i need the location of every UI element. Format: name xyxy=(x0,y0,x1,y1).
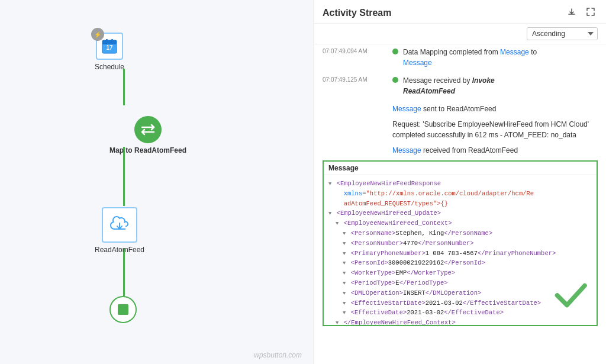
collapse-triangle-8[interactable]: ▼ xyxy=(343,270,346,276)
activity-text-1: Data Mapping completed from Message to M… xyxy=(403,47,537,68)
activity-text-2: Message received by Invoke ReadAtomFeed xyxy=(403,75,495,96)
collapse-triangle-2[interactable]: ▼ xyxy=(328,211,331,217)
collapse-triangle-4[interactable]: ▼ xyxy=(343,231,346,237)
activity-time-1: 07:07:49.094 AM xyxy=(323,47,388,54)
activity-link-message-3[interactable]: Message xyxy=(392,146,421,154)
download-icon xyxy=(567,7,576,17)
xml-line-9: ▼ <PersonId>300000219229162</PersonId> xyxy=(343,258,592,268)
sort-dropdown[interactable]: Ascending Descending xyxy=(527,27,598,40)
activity-link-message-2[interactable]: Message xyxy=(392,105,421,113)
collapse-triangle-12[interactable]: ▼ xyxy=(343,310,346,316)
activity-item-2: 07:07:49.125 AM Message received by Invo… xyxy=(323,75,598,96)
expand-icon-button[interactable] xyxy=(584,6,598,20)
xml-line-1: ▼ <EmployeeNewHireFeedResponse xyxy=(328,179,592,189)
map-label: Map to ReadAtomFeed xyxy=(109,146,186,154)
activity-dot-1 xyxy=(392,49,398,54)
activity-dot-2 xyxy=(392,77,398,83)
collapse-triangle-13[interactable]: ▼ xyxy=(336,320,339,326)
collapse-triangle-11[interactable]: ▼ xyxy=(343,301,346,307)
cloud-icon xyxy=(109,216,130,234)
collapse-triangle-10[interactable]: ▼ xyxy=(343,291,346,297)
activity-list-upper: 07:07:49.094 AM Data Mapping completed f… xyxy=(314,44,606,160)
schedule-node[interactable]: ⚡ 17 Schedule xyxy=(95,33,124,71)
workflow-canvas: ⚡ 17 Schedule xyxy=(0,0,314,364)
collapse-triangle-7[interactable]: ▼ xyxy=(343,260,346,266)
readatomfeed-label-text: ReadAtomFeed xyxy=(403,87,455,95)
xml-line-6: ▼ <PersonName>Stephen, King</PersonName> xyxy=(343,228,592,239)
end-node[interactable] xyxy=(109,296,137,323)
xml-line-4: ▼ <EmployeeNewHireFeed_Update> xyxy=(328,208,592,218)
activity-item-5: Message received from ReadAtomFeed xyxy=(392,145,598,156)
activity-link-message-1b[interactable]: Message xyxy=(403,59,432,67)
readatomfeed-label: ReadAtomFeed xyxy=(95,246,144,254)
map-node[interactable]: Map to ReadAtomFeed xyxy=(109,116,186,154)
activity-stream-title: Activity Stream xyxy=(323,8,392,18)
xml-line-2: xmlns="http://xmlns.oracle.com/cloud/ada… xyxy=(336,189,592,199)
invoke-label: Invoke xyxy=(472,76,495,85)
activity-stream-header: Activity Stream xyxy=(314,0,606,24)
xml-line-12: ▼ <DMLOperation>INSERT</DMLOperation> xyxy=(343,288,592,298)
xml-line-11: ▼ <PeriodType>E</PeriodType> xyxy=(343,278,592,288)
xml-line-15: ▼ </EmployeeNewHireFeed_Context> xyxy=(336,318,592,326)
xml-line-14: ▼ <EffectiveDate>2021-03-02</EffectiveDa… xyxy=(343,308,592,318)
activity-item-1: 07:07:49.094 AM Data Mapping completed f… xyxy=(323,47,598,68)
readatomfeed-node[interactable]: ReadAtomFeed xyxy=(95,207,144,254)
svg-text:17: 17 xyxy=(106,44,113,51)
calendar-icon: 17 xyxy=(101,38,118,54)
watermark: wpsbutton.com xyxy=(254,351,302,359)
connector-line-2 xyxy=(123,147,125,206)
activity-link-message-1a[interactable]: Message xyxy=(500,48,529,56)
activity-item-3: Message sent to ReadAtomFeed xyxy=(392,104,598,114)
schedule-label: Schedule xyxy=(95,63,124,71)
xml-line-7: ▼ <PersonNumber>4770</PersonNumber> xyxy=(343,239,592,249)
connector-line-1 xyxy=(123,69,125,105)
xml-line-5: ▼ <EmployeeNewHireFeed_Context> xyxy=(336,218,592,228)
collapse-triangle-3[interactable]: ▼ xyxy=(336,221,339,227)
message-panel-title: Message xyxy=(324,162,597,175)
message-code: ▼ <EmployeeNewHireFeedResponse xmlns="ht… xyxy=(324,175,597,326)
connector-line-3 xyxy=(123,249,125,296)
activity-stream-panel: Activity Stream Ascending Descending 07:… xyxy=(314,0,606,364)
collapse-triangle-6[interactable]: ▼ xyxy=(343,251,346,257)
activity-time-2: 07:07:49.125 AM xyxy=(323,75,388,83)
svg-rect-4 xyxy=(111,39,113,42)
xml-line-10: ▼ <WorkerType>EMP</WorkerType> xyxy=(343,268,592,278)
collapse-triangle-9[interactable]: ▼ xyxy=(343,281,346,286)
sort-bar: Ascending Descending xyxy=(314,24,606,44)
collapse-triangle-1[interactable]: ▼ xyxy=(328,181,331,187)
xml-line-13: ▼ <EffectiveStartDate>2021-03-02</Effect… xyxy=(343,298,592,308)
xml-line-8: ▼ <PrimaryPhoneNumber>1 084 783-4567</Pr… xyxy=(343,249,592,259)
message-panel: Message ▼ <EmployeeNewHireFeedResponse x… xyxy=(323,160,598,326)
svg-rect-3 xyxy=(106,39,108,42)
expand-icon xyxy=(586,7,595,17)
xml-line-3: adAtomFeed_REQUEST/types">{} xyxy=(336,199,592,209)
activity-item-4: Request: 'Subscribe EmployeeNewHireFeed … xyxy=(392,119,598,140)
download-icon-button[interactable] xyxy=(565,6,579,20)
collapse-triangle-5[interactable]: ▼ xyxy=(343,241,346,247)
svg-rect-1 xyxy=(102,40,117,44)
header-actions xyxy=(565,6,598,20)
map-icon xyxy=(141,124,155,136)
